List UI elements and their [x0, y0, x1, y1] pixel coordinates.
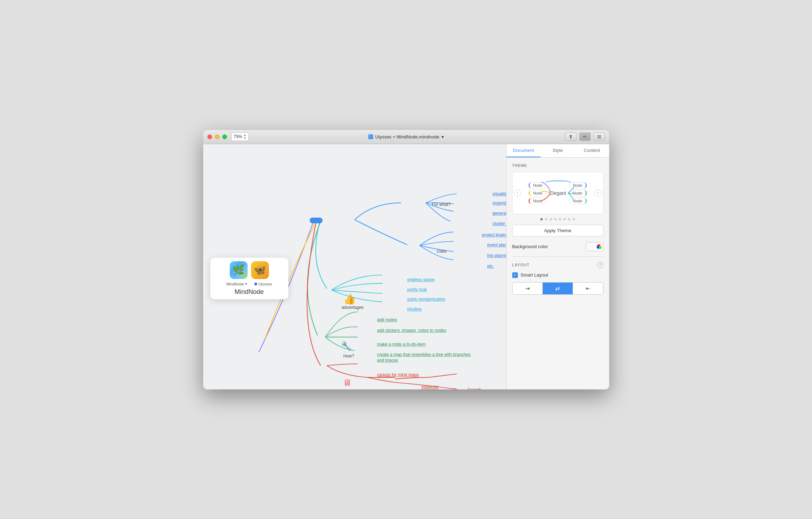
title-chevron-icon: ▾ [442, 134, 444, 140]
smart-layout-label: Smart Layout [521, 272, 548, 278]
theme-dot-6 [563, 218, 566, 220]
divider-1 [512, 256, 603, 257]
share-icon: ⬆ [569, 134, 573, 140]
theme-dot-2 [545, 218, 547, 220]
theme-prev-button[interactable]: ‹ [514, 190, 521, 197]
how-emoji: 🔧 [341, 341, 352, 351]
theme-dot-3 [550, 218, 552, 220]
background-color-picker[interactable] [586, 242, 603, 251]
document-icon [368, 134, 373, 139]
traffic-lights [207, 135, 227, 139]
theme-dots [512, 218, 603, 220]
layout-header: LAYOUT ? [512, 262, 603, 268]
background-color-row: Background color [512, 242, 603, 251]
mindmap-canvas[interactable]: 🌿 🦋 MindNode ♥ Ulysses MindNode [203, 144, 506, 389]
card-labels: MindNode ♥ Ulysses [226, 282, 272, 286]
right-panel: Document Style Content THEME [506, 144, 609, 389]
theme-dot-8 [573, 218, 575, 220]
ulysses-label: Ulysses [258, 282, 272, 286]
theme-dot-5 [559, 218, 561, 220]
layout-right-icon: ⇤ [586, 285, 590, 292]
ulysses-dot [254, 283, 257, 285]
zoom-control[interactable]: 75% ▲ ▼ [231, 132, 249, 141]
layout-right-button[interactable]: ⇤ [573, 283, 603, 294]
smart-layout-checkbox[interactable] [512, 272, 518, 278]
sidebar-icon: ⊞ [597, 134, 601, 140]
layout-center-icon: ⇄ [555, 285, 560, 292]
main-content: 🌿 🦋 MindNode ♥ Ulysses MindNode [203, 144, 609, 389]
layout-help-button[interactable]: ? [597, 262, 603, 268]
mindnode-heart-icon: ♥ [245, 282, 247, 286]
zoom-stepper[interactable]: ▲ ▼ [244, 133, 247, 140]
card-icons: 🌿 🦋 [230, 261, 269, 279]
layout-left-icon: ⇥ [525, 285, 530, 292]
tab-document[interactable]: Document [507, 144, 541, 157]
app-window: 75% ▲ ▼ Ulysses + MindNode.mindnode ▾ ⬆ … [203, 130, 609, 389]
titlebar: 75% ▲ ▼ Ulysses + MindNode.mindnode ▾ ⬆ … [203, 130, 609, 144]
theme-section-title: THEME [512, 163, 603, 168]
brush-icon: ✏ [583, 134, 587, 140]
window-title-area: Ulysses + MindNode.mindnode ▾ [368, 134, 444, 140]
card-label-mindnode: MindNode ♥ [226, 282, 247, 286]
sidebar-toggle-button[interactable]: ⊞ [594, 132, 605, 141]
advantages-emoji: 👍 [343, 293, 356, 305]
theme-dot-1 [540, 218, 543, 220]
card-label-ulysses: Ulysses [254, 282, 272, 286]
card-title: MindNode [234, 288, 264, 296]
node-how[interactable]: How? [343, 354, 354, 359]
mindmap-card: 🌿 🦋 MindNode ♥ Ulysses MindNode [210, 258, 288, 299]
tab-style[interactable]: Style [541, 144, 575, 157]
color-spectrum-icon [597, 244, 602, 249]
theme-dot-4 [554, 218, 557, 220]
mindnode-label: MindNode [226, 282, 244, 286]
theme-svg [513, 172, 603, 214]
mindnode-icon: 🌿 [230, 261, 248, 279]
ulysses-icon: 🦋 [251, 261, 269, 279]
theme-preview: ‹ Node Node Node Elegant Node Node [512, 172, 603, 214]
titlebar-actions: ⬆ ✏ ⊞ [565, 132, 605, 141]
layout-section-title: LAYOUT [512, 263, 530, 267]
theme-next-button[interactable]: › [595, 190, 602, 197]
smart-layout-row: Smart Layout [512, 272, 603, 278]
share-button[interactable]: ⬆ [565, 132, 576, 141]
close-button[interactable] [207, 135, 212, 139]
node-advantages[interactable]: advantages [342, 305, 364, 310]
interface-emoji: 🖥 [343, 378, 351, 388]
theme-dot-7 [568, 218, 570, 220]
tab-content[interactable]: Content [575, 144, 609, 157]
layout-center-button[interactable]: ⇄ [543, 283, 573, 294]
zoom-value: 75% [234, 134, 242, 139]
apply-theme-button[interactable]: Apply Theme [512, 225, 603, 236]
background-color-label: Background color [512, 244, 548, 249]
node-uses[interactable]: Uses [437, 249, 446, 254]
maximize-button[interactable] [222, 135, 227, 139]
node-for-what[interactable]: For what? [432, 202, 451, 207]
panel-tabs: Document Style Content [507, 144, 609, 158]
window-title: Ulysses + MindNode.mindnode [375, 134, 439, 140]
layout-button-group: ⇥ ⇄ ⇤ [512, 282, 603, 295]
minimize-button[interactable] [215, 135, 220, 139]
panel-body: THEME ‹ [507, 158, 609, 389]
inspector-button[interactable]: ✏ [579, 132, 591, 141]
layout-left-button[interactable]: ⇥ [513, 283, 543, 294]
